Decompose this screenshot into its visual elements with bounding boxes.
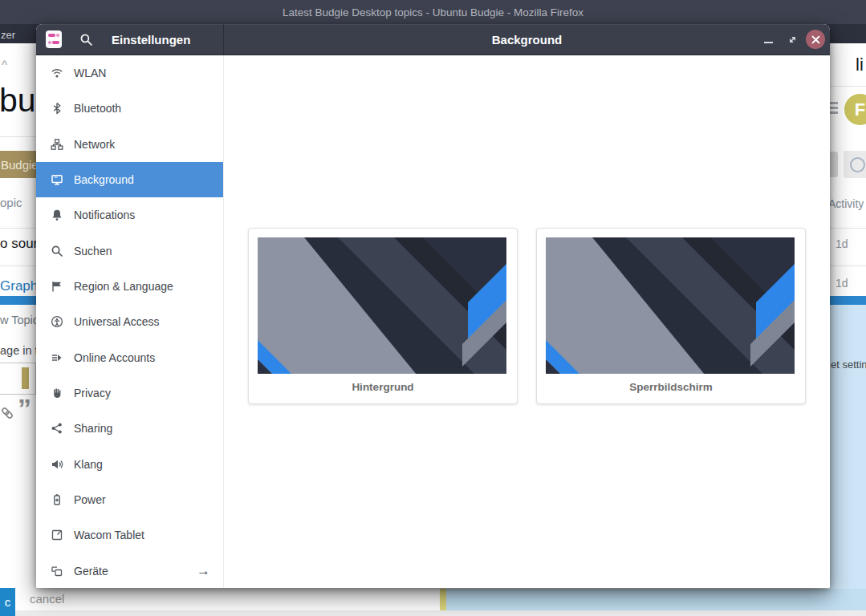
battery-icon [51, 493, 63, 506]
search-icon[interactable] [78, 31, 94, 47]
topic-column-header: opic [0, 196, 22, 209]
sidebar-item-label: Network [74, 138, 115, 151]
editor-text-fragment: age in t [0, 344, 39, 357]
sidebar-item-sharing[interactable]: Sharing [36, 411, 223, 446]
submit-button-fragment[interactable]: c [0, 588, 15, 616]
speaker-icon [51, 458, 63, 471]
card-label: Hintergrund [249, 374, 517, 403]
background-panel: Hintergrund Sperrbildschirm [224, 55, 830, 588]
new-topic-button-fragment[interactable]: w Topic [0, 314, 39, 326]
notification-tracking-button[interactable] [844, 151, 866, 178]
sidebar-item-label: Universal Access [74, 315, 160, 328]
display-icon [51, 173, 63, 186]
blockquote-border [440, 589, 446, 610]
accessibility-icon [51, 315, 63, 328]
close-icon[interactable] [806, 30, 825, 49]
sidebar-item-label: Privacy [74, 387, 111, 399]
sidebar-item-power[interactable]: Power [36, 482, 223, 517]
lockscreen-preview-card[interactable]: Sperrbildschirm [536, 228, 806, 404]
firefox-tab-label[interactable]: zer [1, 29, 15, 41]
info-panel-text-fragment: et settings [831, 359, 866, 371]
topic1-activity: 1d [836, 237, 848, 250]
card-label: Sperrbildschirm [537, 374, 805, 403]
info-panel [830, 305, 866, 605]
sidebar-item-region-language[interactable]: Region & Language [36, 269, 223, 304]
settings-headerbar: Einstellungen Background [36, 24, 830, 55]
sidebar-item-label: Region & Language [74, 280, 173, 293]
divider [0, 136, 36, 137]
settings-app-icon [46, 30, 62, 48]
sidebar-item-network[interactable]: Network [36, 127, 223, 162]
page-heading-fragment-left: bu [0, 82, 36, 120]
bell-icon [51, 209, 63, 221]
sidebar-item-universal-access[interactable]: Universal Access [36, 304, 223, 339]
sidebar-item-label: Notifications [74, 209, 135, 221]
background-preview-card[interactable]: Hintergrund [248, 228, 518, 404]
cancel-link[interactable]: cancel [30, 592, 64, 606]
share-icon [51, 422, 63, 435]
sidebar-item-bluetooth[interactable]: Bluetooth [36, 91, 223, 126]
wallpaper-preview [258, 237, 506, 374]
sidebar-item-label: Suchen [74, 245, 112, 257]
sidebar-item-notifications[interactable]: Notifications [36, 197, 223, 233]
link-icon[interactable] [0, 406, 14, 420]
maximize-button[interactable] [787, 34, 798, 45]
sidebar-item-label: WLAN [74, 67, 106, 79]
page-title: Background [224, 33, 830, 47]
topic2-activity: 1d [836, 277, 848, 290]
hand-icon [51, 387, 63, 399]
tablet-icon [51, 529, 63, 541]
headerbar-left-section: Einstellungen [36, 24, 224, 55]
flag-icon [51, 280, 63, 293]
sidebar-item-label: Power [74, 493, 106, 506]
firefox-title: Latest Budgie Desktop topics - Ubuntu Bu… [283, 6, 583, 18]
divider [830, 86, 866, 87]
headerbar-right-section: Background [224, 24, 830, 55]
category-badge[interactable]: Budgie [0, 151, 37, 178]
settings-sidebar: WLAN Bluetooth Network Background Notifi… [36, 55, 224, 588]
bluetooth-icon [51, 102, 63, 115]
devices-icon [51, 565, 63, 578]
circle-icon [850, 157, 865, 172]
blockquote-background [446, 589, 866, 610]
sidebar-item-label: Online Accounts [74, 351, 155, 364]
search-icon [51, 245, 63, 257]
topic-link-1[interactable]: o sour [0, 236, 38, 252]
sidebar-item-label: Bluetooth [74, 102, 121, 115]
sidebar-item-label: Klang [74, 458, 103, 471]
sidebar-item-devices[interactable]: Geräte → [36, 553, 223, 588]
minimize-button[interactable] [762, 37, 774, 48]
sidebar-item-search[interactable]: Suchen [36, 233, 223, 269]
sidebar-item-wacom-tablet[interactable]: Wacom Tablet [36, 517, 223, 553]
network-icon [51, 138, 63, 151]
sidebar-item-wlan[interactable]: WLAN [36, 55, 223, 91]
page-footer-strip [0, 610, 866, 616]
sidebar-item-background[interactable]: Background [36, 162, 223, 197]
quote-icon[interactable]: ” [18, 395, 31, 422]
sidebar-item-label: Background [74, 173, 134, 186]
app-title: Einstellungen [112, 33, 190, 47]
sidebar-item-online-accounts[interactable]: Online Accounts [36, 340, 223, 375]
sidebar-item-privacy[interactable]: Privacy [36, 375, 223, 411]
sidebar-item-label: Geräte [74, 565, 108, 578]
accounts-icon [51, 351, 63, 364]
firefox-titlebar: Latest Budgie Desktop topics - Ubuntu Bu… [0, 0, 866, 24]
arrow-right-icon: → [197, 563, 210, 579]
screen: Latest Budgie Desktop topics - Ubuntu Bu… [0, 0, 866, 616]
editor-input[interactable] [0, 363, 36, 395]
wifi-icon [51, 67, 63, 79]
page-heading-fragment-right: li [856, 55, 864, 75]
sidebar-item-label: Wacom Tablet [74, 529, 144, 541]
activity-column-header: Activity [828, 197, 864, 210]
settings-window: Einstellungen Background WLAN [36, 24, 830, 588]
sidebar-item-label: Sharing [74, 422, 112, 435]
wallpaper-preview [546, 237, 795, 374]
sidebar-item-sound[interactable]: Klang [36, 447, 223, 482]
input-cursor [22, 367, 29, 389]
dropdown-caret: ^ [2, 58, 7, 71]
